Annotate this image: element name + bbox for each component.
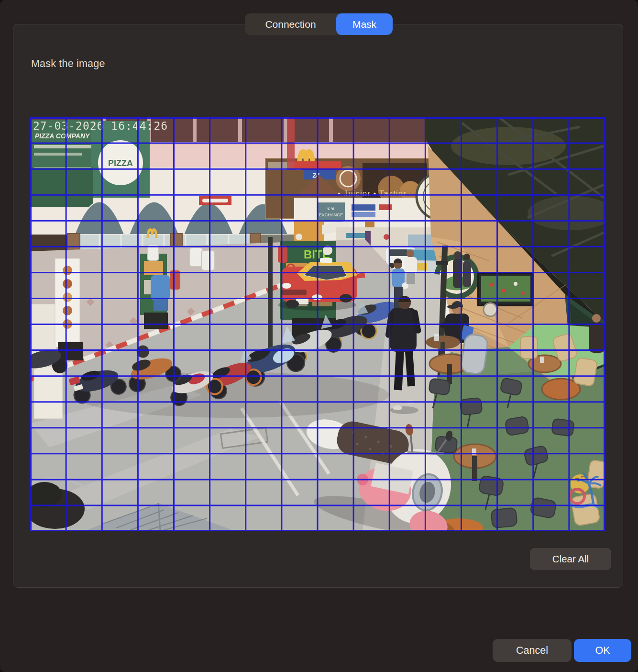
tab-connection[interactable]: Connection: [245, 13, 336, 35]
tab-bar: Connection Mask: [245, 13, 393, 35]
tab-mask[interactable]: Mask: [336, 13, 393, 35]
ok-button[interactable]: OK: [574, 639, 631, 662]
clear-all-button[interactable]: Clear All: [530, 548, 611, 570]
mask-grid[interactable]: [30, 117, 605, 531]
cancel-button[interactable]: Cancel: [493, 639, 572, 662]
mask-dialog: Connection Mask Mask the image: [0, 0, 638, 672]
mask-editor: PIZZA COMPANY PIZZA: [30, 117, 605, 531]
panel-heading: Mask the image: [31, 58, 105, 70]
